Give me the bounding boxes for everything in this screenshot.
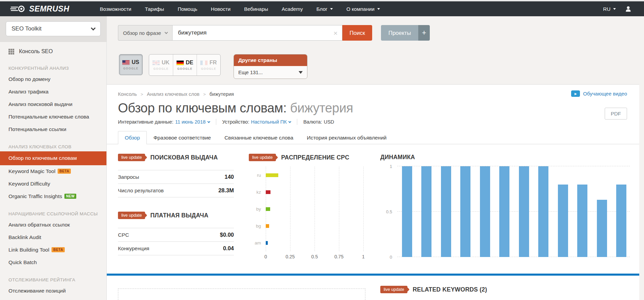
chart-row-kz bbox=[266, 184, 363, 200]
country-code: US bbox=[132, 59, 139, 65]
toolkit-selector[interactable]: SEO Toolkit bbox=[6, 21, 101, 36]
stat-label: Конкуренция bbox=[118, 245, 149, 252]
tutorial-video-link[interactable]: ▶ Обучающее видео bbox=[571, 90, 627, 97]
x-tick-label: 0.25 bbox=[285, 254, 295, 259]
sidebar-item-label: Organic Traffic Insights bbox=[8, 193, 62, 199]
sidebar-item-анализ-обратных-ссылок[interactable]: Анализ обратных ссылок bbox=[0, 219, 106, 231]
sidebar-item-label: Потенциальные ключевые слова bbox=[8, 114, 89, 120]
search-mode-select[interactable]: Обзор по фразе bbox=[118, 25, 172, 41]
language-selector[interactable]: RU bbox=[603, 6, 616, 12]
stat-row-конкуренция: Конкуренция0.04 bbox=[118, 241, 234, 255]
tab-обзор[interactable]: Обзор bbox=[118, 131, 147, 144]
sidebar-item-label: Quick Batch bbox=[8, 259, 37, 265]
date-selector[interactable]: 11 июнь 2018 bbox=[175, 119, 210, 125]
country-row: US GOOGLE UKGOOGLEDEGOOGLEFRGOOGLE Други… bbox=[119, 54, 644, 79]
cpc-chart-title: РАСПРЕДЕЛЕНИЕ CPC bbox=[281, 154, 349, 161]
breadcrumb: Консоль>Анализ ключевых слов>бижутерия bbox=[118, 91, 632, 97]
search-button[interactable]: Поиск bbox=[342, 25, 372, 41]
country-code: FR bbox=[209, 60, 217, 66]
sidebar: SEO Toolkit Консоль SEO КОНКУРЕНТНЫЙ АНА… bbox=[0, 16, 107, 300]
sidebar-item-label: Обзор по ключевым словам bbox=[8, 155, 77, 161]
chart-row-bg bbox=[266, 217, 363, 234]
sidebar-item-потенциальные-ссылки[interactable]: Потенциальные ссылки bbox=[0, 123, 106, 136]
chevron-down-icon bbox=[377, 8, 380, 10]
uk-flag-icon bbox=[153, 61, 160, 65]
tab-связанные-ключевые-слова[interactable]: Связанные ключевые слова bbox=[218, 131, 300, 144]
breadcrumb-separator: > bbox=[141, 92, 143, 97]
pdf-button[interactable]: PDF bbox=[605, 108, 627, 120]
country-code: DE bbox=[186, 60, 193, 66]
chevron-down-icon bbox=[207, 120, 210, 123]
nav-item-о-компании[interactable]: О компании bbox=[346, 6, 380, 12]
trend-bar-4 bbox=[460, 166, 470, 257]
nav-item-помощь[interactable]: Помощь bbox=[178, 6, 197, 12]
badge-beta: BETA bbox=[58, 169, 71, 174]
search-input[interactable] bbox=[172, 25, 342, 41]
trend-panel-head: ДИНАМИКА bbox=[380, 154, 630, 161]
sidebar-item-анализ-поисковой-выдачи[interactable]: Анализ поисковой выдачи bbox=[0, 98, 106, 111]
sidebar-item-sensor[interactable]: SensorNEW bbox=[0, 297, 106, 300]
page-title-keyword: бижутерия bbox=[290, 101, 353, 115]
search-row: Обзор по фразе × Поиск Проекты + bbox=[107, 16, 644, 41]
country-uk-button[interactable]: UKGOOGLE bbox=[149, 55, 173, 76]
sidebar-item-label: Keyword Magic Tool bbox=[8, 168, 55, 174]
meta-divider bbox=[216, 119, 216, 125]
clear-search-icon[interactable]: × bbox=[334, 29, 338, 37]
sidebar-item-потенциальные-ключевые-слова[interactable]: Потенциальные ключевые слова bbox=[0, 111, 106, 123]
trend-chart-title: ДИНАМИКА bbox=[380, 154, 415, 161]
country-de-button[interactable]: DEGOOGLE bbox=[173, 55, 197, 76]
sidebar-sections: КОНКУРЕНТНЫЙ АНАЛИЗОбзор по доменуАнализ… bbox=[0, 63, 106, 300]
tab-история-рекламных-объявлений[interactable]: История рекламных объявлений bbox=[300, 131, 393, 144]
live-update-badge: live update bbox=[380, 286, 407, 293]
add-project-button[interactable]: + bbox=[418, 25, 430, 41]
sidebar-item-console-seo[interactable]: Консоль SEO bbox=[0, 42, 106, 57]
chevron-down-icon bbox=[91, 25, 96, 30]
semrush-logo-icon bbox=[10, 5, 26, 13]
paid-panel-title: ПЛАТНАЯ ВЫДАЧА bbox=[150, 212, 208, 219]
user-icon[interactable] bbox=[625, 5, 632, 13]
breadcrumb-item-консоль[interactable]: Консоль bbox=[118, 91, 137, 97]
stat-value: 28.3M bbox=[218, 187, 234, 194]
chart-row-ru bbox=[266, 167, 363, 184]
nav-item-тарифы[interactable]: Тарифы bbox=[145, 6, 164, 12]
sidebar-item-анализ-трафика[interactable]: Анализ трафика bbox=[0, 86, 106, 98]
paid-stats-table: CPC$0.00Конкуренция0.04 bbox=[118, 228, 234, 255]
chart-bar-kz bbox=[266, 190, 270, 194]
sidebar-item-keyword-magic-tool[interactable]: Keyword Magic ToolBETA bbox=[0, 165, 106, 178]
tabs: ОбзорФразовое соответствиеСвязанные ключ… bbox=[107, 131, 639, 144]
sidebar-item-отслеживание-позиций[interactable]: Отслеживание позиций bbox=[0, 285, 106, 297]
more-countries-dropdown[interactable]: Другие страны Еще 131... bbox=[234, 54, 307, 79]
nav-item-блог[interactable]: Блог bbox=[317, 6, 333, 12]
country-us-button[interactable]: US GOOGLE bbox=[119, 54, 143, 75]
sidebar-item-backlink-audit[interactable]: Backlink Audit bbox=[0, 231, 106, 244]
country-fr-button[interactable]: FRGOOGLE bbox=[197, 55, 220, 76]
sidebar-section-header: КОНКУРЕНТНЫЙ АНАЛИЗ bbox=[0, 63, 106, 73]
nav-item-вебинары[interactable]: Вебинары bbox=[244, 6, 268, 12]
trend-bar-12 bbox=[616, 185, 626, 257]
device-selector[interactable]: Настольный ПК bbox=[251, 119, 290, 125]
trend-bar-6 bbox=[499, 166, 509, 257]
nav-item-возможности[interactable]: Возможности bbox=[100, 6, 132, 12]
stat-value: 0.04 bbox=[223, 245, 234, 252]
brand-text: semrush bbox=[29, 4, 69, 14]
breadcrumb-item-анализ-ключевых-слов[interactable]: Анализ ключевых слов bbox=[147, 91, 199, 97]
language-label: RU bbox=[603, 6, 610, 12]
sidebar-item-label: Keyword Difficulty bbox=[8, 181, 50, 187]
sidebar-item-quick-batch[interactable]: Quick Batch bbox=[0, 256, 106, 269]
sidebar-item-organic-traffic-insights[interactable]: Organic Traffic InsightsNEW bbox=[0, 190, 106, 203]
play-icon: ▶ bbox=[571, 90, 580, 97]
sidebar-item-обзор-по-домену[interactable]: Обзор по домену bbox=[0, 73, 106, 86]
sidebar-item-keyword-difficulty[interactable]: Keyword Difficulty bbox=[0, 178, 106, 190]
projects-button[interactable]: Проекты + bbox=[381, 25, 430, 41]
nav-item-новости[interactable]: Новости bbox=[211, 6, 230, 12]
badge-new: NEW bbox=[64, 194, 76, 199]
sidebar-item-link-building-tool[interactable]: Link Building ToolBETA bbox=[0, 244, 106, 256]
chevron-down-icon bbox=[165, 31, 168, 34]
projects-label: Проекты bbox=[381, 25, 418, 41]
trend-bars bbox=[402, 166, 626, 257]
sidebar-item-обзор-по-ключевым-словам[interactable]: Обзор по ключевым словам bbox=[0, 151, 106, 165]
nav-item-academy[interactable]: Academy bbox=[282, 6, 303, 12]
semrush-logo[interactable]: semrush bbox=[10, 4, 69, 14]
category-label-ru: ru bbox=[249, 167, 266, 184]
tab-фразовое-соответствие[interactable]: Фразовое соответствие bbox=[147, 131, 218, 144]
